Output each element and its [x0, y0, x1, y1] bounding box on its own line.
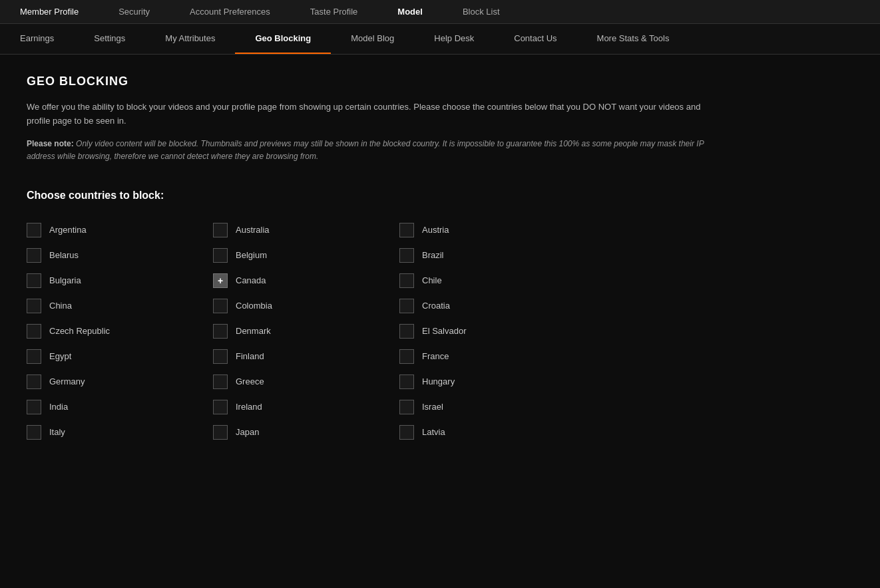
country-checkbox-israel[interactable] — [399, 400, 414, 414]
country-item: Italy — [27, 420, 213, 445]
country-checkbox-italy[interactable] — [27, 425, 41, 440]
country-checkbox-egypt[interactable] — [27, 349, 41, 364]
country-checkbox-denmark[interactable] — [213, 324, 228, 339]
country-checkbox-hungary[interactable] — [399, 374, 414, 389]
page-title: GEO BLOCKING — [27, 74, 706, 88]
country-item: Brazil — [399, 243, 586, 268]
country-item: Denmark — [213, 319, 399, 344]
country-item: France — [399, 344, 586, 369]
top-nav-item-taste-profile[interactable]: Taste Profile — [290, 0, 378, 23]
country-item: Hungary — [399, 369, 586, 394]
country-checkbox-belgium[interactable] — [213, 248, 228, 263]
country-name: Australia — [236, 225, 270, 235]
country-checkbox-argentina[interactable] — [27, 223, 41, 237]
sub-nav-item-help-desk[interactable]: Help Desk — [414, 24, 494, 54]
country-checkbox-canada[interactable]: + — [213, 273, 228, 288]
top-nav-item-model[interactable]: Model — [377, 0, 443, 23]
country-item: Colombia — [213, 293, 399, 319]
country-item: Bulgaria — [27, 268, 213, 293]
country-checkbox-colombia[interactable] — [213, 299, 228, 313]
sub-navigation: EarningsSettingsMy AttributesGeo Blockin… — [0, 24, 880, 55]
country-checkbox-india[interactable] — [27, 400, 41, 414]
sub-nav-item-my-attributes[interactable]: My Attributes — [145, 24, 235, 54]
sub-nav-item-earnings[interactable]: Earnings — [0, 24, 74, 54]
country-name: Bulgaria — [49, 275, 81, 285]
country-name: Colombia — [236, 301, 272, 311]
country-item: China — [27, 293, 213, 319]
sub-nav-item-settings[interactable]: Settings — [74, 24, 145, 54]
country-name: Ireland — [236, 402, 262, 412]
country-checkbox-latvia[interactable] — [399, 425, 414, 440]
country-item: Latvia — [399, 420, 586, 445]
country-checkbox-belarus[interactable] — [27, 248, 41, 263]
country-item: Egypt — [27, 344, 213, 369]
country-name: Austria — [422, 225, 449, 235]
country-checkbox-greece[interactable] — [213, 374, 228, 389]
country-item: Israel — [399, 394, 586, 420]
country-item: Finland — [213, 344, 399, 369]
country-name: Belarus — [49, 250, 79, 260]
country-checkbox-france[interactable] — [399, 349, 414, 364]
country-checkbox-czech-republic[interactable] — [27, 324, 41, 339]
country-checkbox-el-salvador[interactable] — [399, 324, 414, 339]
top-navigation: Member ProfileSecurityAccount Preference… — [0, 0, 880, 24]
top-nav-item-account-preferences[interactable]: Account Preferences — [170, 0, 290, 23]
choose-countries-label: Choose countries to block: — [27, 190, 706, 202]
country-item: Argentina — [27, 218, 213, 243]
country-item: Ireland — [213, 394, 399, 420]
country-checkbox-finland[interactable] — [213, 349, 228, 364]
country-checkbox-japan[interactable] — [213, 425, 228, 440]
note-strong: Please note: — [27, 139, 74, 148]
country-name: Germany — [49, 376, 85, 386]
country-name: Greece — [236, 376, 264, 386]
country-checkbox-croatia[interactable] — [399, 299, 414, 313]
country-name: Czech Republic — [49, 326, 110, 336]
country-item: Belarus — [27, 243, 213, 268]
country-name: France — [422, 351, 449, 361]
country-checkbox-ireland[interactable] — [213, 400, 228, 414]
country-checkbox-bulgaria[interactable] — [27, 273, 41, 288]
main-content: GEO BLOCKING We offer you the ability to… — [0, 55, 732, 465]
country-item: Japan — [213, 420, 399, 445]
country-item: Belgium — [213, 243, 399, 268]
country-item: Austria — [399, 218, 586, 243]
top-nav-item-member-profile[interactable]: Member Profile — [0, 0, 99, 23]
country-name: Latvia — [422, 427, 445, 437]
country-name: Canada — [236, 275, 266, 285]
country-item: Germany — [27, 369, 213, 394]
country-name: Finland — [236, 351, 264, 361]
country-item: Croatia — [399, 293, 586, 319]
country-name: Israel — [422, 402, 443, 412]
country-name: Egypt — [49, 351, 71, 361]
country-item: Chile — [399, 268, 586, 293]
top-nav-item-security[interactable]: Security — [99, 0, 170, 23]
page-description: We offer you the ability to block your v… — [27, 100, 706, 128]
country-checkbox-chile[interactable] — [399, 273, 414, 288]
country-checkbox-brazil[interactable] — [399, 248, 414, 263]
country-name: China — [49, 301, 72, 311]
country-name: El Salvador — [422, 326, 466, 336]
country-checkbox-austria[interactable] — [399, 223, 414, 237]
sub-nav-item-more-stats-&-tools[interactable]: More Stats & Tools — [577, 24, 690, 54]
country-name: Japan — [236, 427, 259, 437]
sub-nav-item-model-blog[interactable]: Model Blog — [331, 24, 414, 54]
country-name: Chile — [422, 275, 442, 285]
country-name: Denmark — [236, 326, 271, 336]
country-item: Greece — [213, 369, 399, 394]
country-checkbox-germany[interactable] — [27, 374, 41, 389]
country-name: Croatia — [422, 301, 450, 311]
sub-nav-item-geo-blocking[interactable]: Geo Blocking — [235, 24, 331, 54]
country-checkbox-australia[interactable] — [213, 223, 228, 237]
country-name: Brazil — [422, 250, 444, 260]
country-grid: ArgentinaAustraliaAustriaBelarusBelgiumB… — [27, 218, 706, 445]
page-note: Please note: Only video content will be … — [27, 138, 706, 163]
country-name: India — [49, 402, 68, 412]
note-text: Only video content will be blocked. Thum… — [27, 139, 704, 161]
country-checkbox-china[interactable] — [27, 299, 41, 313]
sub-nav-item-contact-us[interactable]: Contact Us — [494, 24, 576, 54]
country-name: Belgium — [236, 250, 267, 260]
country-name: Argentina — [49, 225, 87, 235]
country-item: El Salvador — [399, 319, 586, 344]
top-nav-item-block-list[interactable]: Block List — [443, 0, 520, 23]
country-name: Italy — [49, 427, 65, 437]
